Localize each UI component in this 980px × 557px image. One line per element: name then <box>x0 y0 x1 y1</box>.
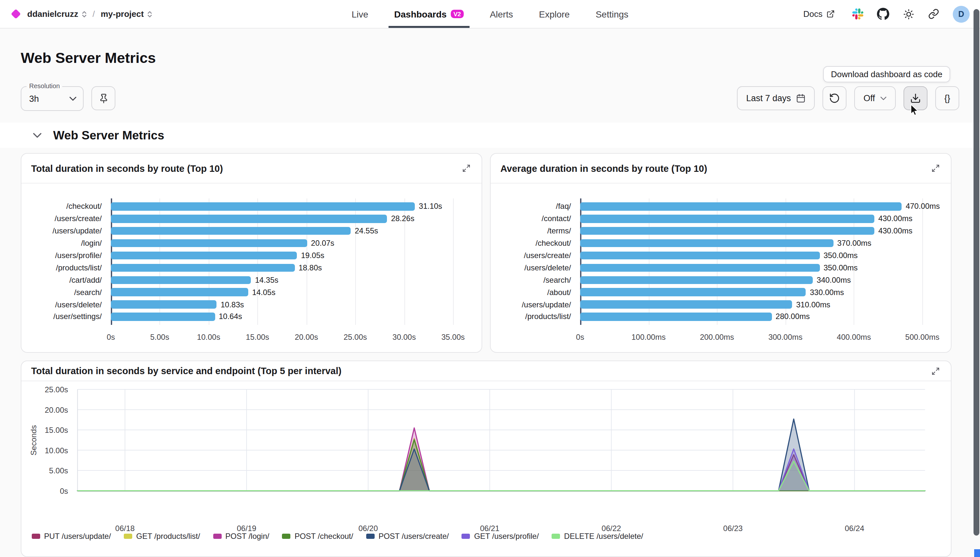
bar[interactable] <box>111 264 294 272</box>
bar-row[interactable]: /users/profile/19.05s <box>21 249 481 262</box>
bar[interactable] <box>111 276 251 284</box>
legend-item[interactable]: POST /checkout/ <box>282 532 353 541</box>
expand-panel-button[interactable] <box>461 163 472 174</box>
legend-item[interactable]: PUT /users/update/ <box>32 532 111 541</box>
bar-row[interactable]: /products/list/18.80s <box>21 262 481 274</box>
chevron-down-icon <box>880 96 887 100</box>
svg-text:06/18: 06/18 <box>115 524 135 533</box>
panel-average-duration-by-route: Average duration in seconds by route (To… <box>490 153 951 353</box>
legend-item[interactable]: GET /products/list/ <box>124 532 200 541</box>
edit-as-code-button[interactable]: {} <box>935 86 959 110</box>
bar[interactable] <box>111 202 415 210</box>
area-chart-plot[interactable]: 0s5.00s10.00s15.00s20.00s25.00s06/1806/1… <box>21 381 951 550</box>
auto-refresh-select[interactable]: Off <box>854 86 896 110</box>
bar-row[interactable]: /checkout/370.00ms <box>491 237 951 249</box>
bar[interactable] <box>580 215 874 223</box>
bar-row[interactable]: /users/update/310.00ms <box>491 298 951 311</box>
value-label: 370.00ms <box>837 239 871 248</box>
bar[interactable] <box>111 215 387 223</box>
svg-text:06/24: 06/24 <box>845 524 864 533</box>
bar-row[interactable]: /terms/430.00ms <box>491 225 951 237</box>
user-menu[interactable]: D <box>953 5 970 22</box>
axis-tick-label: 200.00ms <box>700 333 734 342</box>
bar[interactable] <box>580 239 833 248</box>
braces-icon: {} <box>944 93 950 103</box>
dashboard-grid: Total duration in seconds by route (Top … <box>0 148 980 557</box>
org-name: ddanielcruzz <box>27 9 78 19</box>
expand-panel-button[interactable] <box>930 365 941 376</box>
tab-alerts[interactable]: Alerts <box>488 0 514 28</box>
tab-live[interactable]: Live <box>350 0 369 28</box>
bar-row[interactable]: /products/list/280.00ms <box>491 311 951 323</box>
bar[interactable] <box>111 252 297 260</box>
tab-explore[interactable]: Explore <box>538 0 571 28</box>
category-label: /users/delete/ <box>491 263 580 272</box>
bar-row[interactable]: /users/create/28.26s <box>21 213 481 225</box>
bar[interactable] <box>580 276 813 284</box>
bar[interactable] <box>111 288 248 296</box>
bar[interactable] <box>580 227 874 235</box>
bar[interactable] <box>111 313 215 321</box>
project-switcher[interactable]: my-project <box>101 9 152 19</box>
bar-row[interactable]: /faq/470.00ms <box>491 200 951 213</box>
resolution-select[interactable]: Resolution 3h <box>21 86 84 111</box>
category-label: /users/create/ <box>491 251 580 260</box>
bar-row[interactable]: /cart/add/14.35s <box>21 274 481 286</box>
legend-swatch <box>462 534 470 539</box>
bar[interactable] <box>580 264 819 272</box>
legend-label: PUT /users/update/ <box>44 532 111 541</box>
refresh-button[interactable] <box>822 86 847 110</box>
bar[interactable] <box>111 301 217 309</box>
bar-chart-total-duration[interactable]: /checkout/31.10s/users/create/28.26s/use… <box>21 184 481 353</box>
bar-row[interactable]: /user/settings/10.64s <box>21 311 481 323</box>
bar[interactable] <box>111 227 351 235</box>
bar-row[interactable]: /search/340.00ms <box>491 274 951 286</box>
bar[interactable] <box>580 301 792 309</box>
bar-chart-average-duration[interactable]: /faq/470.00ms/contact/430.00ms/terms/430… <box>491 184 951 353</box>
bar-row[interactable]: /users/create/350.00ms <box>491 249 951 262</box>
svg-text:06/19: 06/19 <box>237 524 256 533</box>
section-header[interactable]: Web Server Metrics <box>0 122 980 148</box>
expand-icon <box>462 164 471 173</box>
bar-row[interactable]: /contact/430.00ms <box>491 213 951 225</box>
scrollbar-thumb[interactable] <box>973 9 979 536</box>
bar-row[interactable]: /login/20.07s <box>21 237 481 249</box>
bar[interactable] <box>580 313 772 321</box>
bar[interactable] <box>580 252 819 260</box>
org-switcher[interactable]: ddanielcruzz <box>27 9 87 19</box>
expand-panel-button[interactable] <box>930 163 941 174</box>
category-label: /checkout/ <box>491 239 580 248</box>
share-link-button[interactable] <box>928 8 939 20</box>
area-chart-duration-timeseries[interactable]: 0s5.00s10.00s15.00s20.00s25.00s06/1806/1… <box>21 381 951 557</box>
slack-button[interactable] <box>852 8 863 20</box>
svg-text:5.00s: 5.00s <box>49 466 68 475</box>
pin-icon <box>98 93 109 103</box>
bar-row[interactable]: /users/update/24.55s <box>21 225 481 237</box>
axis-tick-label: 100.00ms <box>631 333 665 342</box>
github-button[interactable] <box>877 8 889 20</box>
value-label: 20.07s <box>311 239 335 248</box>
svg-text:20.00s: 20.00s <box>45 406 68 414</box>
axis-tick-label: 5.00s <box>150 333 169 342</box>
docs-link[interactable]: Docs <box>800 8 839 20</box>
bar[interactable] <box>580 288 806 296</box>
avatar: D <box>953 5 970 22</box>
bar-row[interactable]: /users/delete/10.83s <box>21 298 481 311</box>
legend-item[interactable]: GET /users/profile/ <box>462 532 539 541</box>
bar-row[interactable]: /checkout/31.10s <box>21 200 481 213</box>
bar-row[interactable]: /search/14.05s <box>21 286 481 298</box>
theme-toggle[interactable] <box>903 8 915 20</box>
bar-row[interactable]: /about/330.00ms <box>491 286 951 298</box>
legend-item[interactable]: POST /users/create/ <box>366 532 449 541</box>
pin-resolution-button[interactable] <box>91 86 115 110</box>
bar[interactable] <box>580 202 902 210</box>
bar[interactable] <box>111 239 307 248</box>
tab-settings[interactable]: Settings <box>594 0 630 28</box>
legend-item[interactable]: POST /login/ <box>213 532 269 541</box>
resolution-label: Resolution <box>26 82 63 90</box>
expand-icon <box>931 164 940 173</box>
legend-item[interactable]: DELETE /users/delete/ <box>552 532 643 541</box>
time-range-button[interactable]: Last 7 days <box>737 86 815 110</box>
bar-row[interactable]: /users/delete/350.00ms <box>491 262 951 274</box>
tab-dashboards[interactable]: Dashboards V2 <box>393 0 465 28</box>
